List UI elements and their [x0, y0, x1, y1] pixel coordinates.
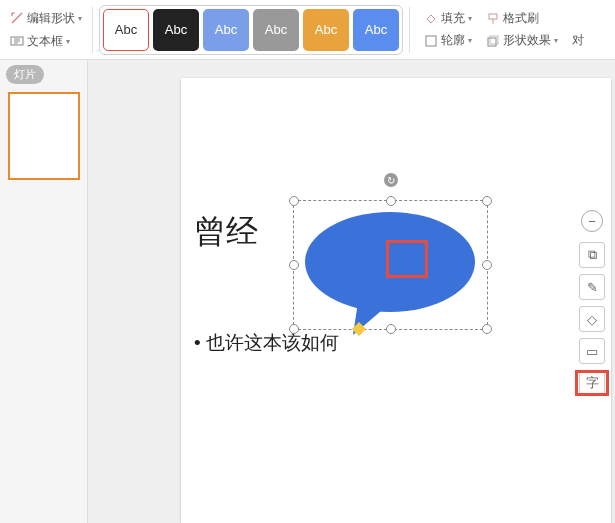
shape-styles-gallery: Abc Abc Abc Abc Abc Abc [99, 5, 403, 55]
edit-shape-label: 编辑形状 [27, 10, 75, 27]
canvas[interactable]: 曾经 • 也许这本该如何 123 ↻ − ⧉ ✎ ◇ ▭ 字 [88, 60, 615, 523]
toolbar: 编辑形状 ▾ 文本框 ▾ Abc Abc Abc Abc Abc Abc 填充▾… [0, 0, 615, 60]
fill-icon [424, 12, 438, 26]
main-area: 灯片 曾经 • 也许这本该如何 123 ↻ − ⧉ ✎ ◇ ▭ [0, 60, 615, 523]
edit-shape-button[interactable]: 编辑形状 ▾ [6, 8, 86, 29]
format-painter-icon [486, 12, 500, 26]
separator [409, 7, 410, 53]
shape-style-4[interactable]: Abc [253, 9, 299, 51]
resize-handle[interactable] [482, 324, 492, 334]
floating-toolbar: − ⧉ ✎ ◇ ▭ 字 [579, 210, 605, 396]
text-box-button[interactable]: 文本框 ▾ [6, 31, 86, 52]
dropdown-icon: ▾ [66, 37, 70, 46]
box-button[interactable]: ▭ [579, 338, 605, 364]
collapse-button[interactable]: − [581, 210, 603, 232]
title-text[interactable]: 曾经 [194, 210, 258, 254]
shape-style-3[interactable]: Abc [203, 9, 249, 51]
shape-effects-button[interactable]: 形状效果▾ [482, 30, 562, 51]
resize-handle[interactable] [289, 196, 299, 206]
shape-effects-label: 形状效果 [503, 32, 551, 49]
edit-shape-icon [10, 11, 24, 25]
brush-button[interactable]: ✎ [579, 274, 605, 300]
resize-handle[interactable] [289, 260, 299, 270]
text-box-icon [10, 34, 24, 48]
resize-handle[interactable] [482, 196, 492, 206]
crop-button[interactable]: ◇ [579, 306, 605, 332]
svg-rect-1 [489, 14, 497, 19]
shape-style-2[interactable]: Abc [153, 9, 199, 51]
slide-thumbnail-1[interactable] [8, 92, 80, 180]
svg-rect-2 [426, 36, 436, 46]
resize-handle[interactable] [482, 260, 492, 270]
svg-rect-3 [488, 38, 496, 46]
resize-handle[interactable] [386, 196, 396, 206]
fill-label: 填充 [441, 10, 465, 27]
outline-label: 轮廓 [441, 32, 465, 49]
slides-tab[interactable]: 灯片 [6, 65, 44, 84]
layers-button[interactable]: ⧉ [579, 242, 605, 268]
more-button[interactable]: 对 [568, 30, 588, 51]
selection-box[interactable]: ↻ [293, 200, 488, 330]
text-box-label: 文本框 [27, 33, 63, 50]
outline-icon [424, 34, 438, 48]
fill-button[interactable]: 填充▾ [420, 8, 476, 29]
slide-panel: 灯片 [0, 60, 88, 523]
outline-button[interactable]: 轮廓▾ [420, 30, 476, 51]
resize-handle[interactable] [386, 324, 396, 334]
shape-style-6[interactable]: Abc [353, 9, 399, 51]
svg-rect-4 [490, 36, 498, 44]
separator [92, 7, 93, 53]
shape-effects-icon [486, 34, 500, 48]
format-painter-button[interactable]: 格式刷 [482, 8, 543, 29]
dropdown-icon: ▾ [78, 14, 82, 23]
format-painter-label: 格式刷 [503, 10, 539, 27]
rotate-handle[interactable]: ↻ [384, 173, 398, 187]
shape-style-5[interactable]: Abc [303, 9, 349, 51]
resize-handle[interactable] [289, 324, 299, 334]
bubble-text[interactable]: 123 [184, 108, 211, 126]
highlight-box-outer [575, 370, 609, 396]
shape-style-1[interactable]: Abc [103, 9, 149, 51]
